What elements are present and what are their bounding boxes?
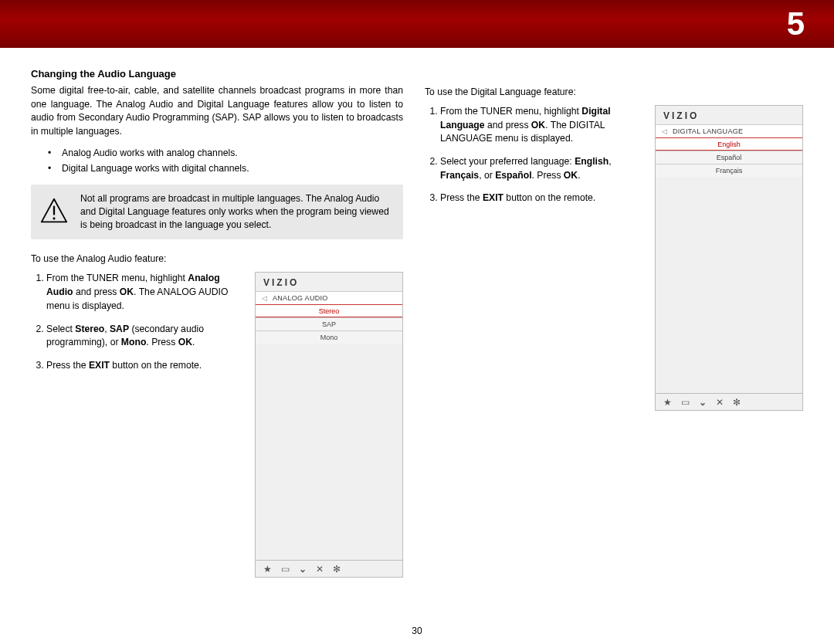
- osd-item: Mono: [256, 330, 402, 344]
- osd-title: DIGITAL LANGUAGE: [673, 127, 743, 135]
- left-column: Changing the Audio Language Some digital…: [31, 68, 403, 578]
- osd-item: Español: [656, 151, 802, 164]
- osd-footer: ★ ▭ ⌄ ✕ ✻: [656, 393, 802, 410]
- warning-text: Not all programs are broadcast in multip…: [80, 192, 394, 232]
- warning-icon: [40, 197, 68, 225]
- osd-item: Stereo: [256, 304, 402, 317]
- digital-block: From the TUNER menu, highlight Digital L…: [425, 105, 803, 411]
- bullet-item: Analog Audio works with analog channels.: [62, 145, 403, 161]
- analog-steps: From the TUNER menu, highlight Analog Au…: [31, 272, 239, 381]
- intro-paragraph: Some digital free-to-air, cable, and sat…: [31, 84, 403, 139]
- osd-item: Français: [656, 164, 802, 177]
- digital-lead: To use the Digital Language feature:: [425, 86, 803, 97]
- bullet-list: Analog Audio works with analog channels.…: [31, 145, 403, 177]
- step-item: Press the EXIT button on the remote.: [440, 192, 639, 205]
- section-heading: Changing the Audio Language: [31, 68, 403, 80]
- osd-brand: VIZIO: [256, 273, 402, 291]
- analog-block: From the TUNER menu, highlight Analog Au…: [31, 272, 403, 578]
- cc-icon: ▭: [281, 564, 290, 574]
- page-content: Changing the Audio Language Some digital…: [0, 48, 834, 578]
- osd-item: English: [656, 137, 802, 151]
- osd-title-row: ◁ DIGITAL LANGUAGE: [656, 124, 802, 137]
- star-icon: ★: [263, 564, 272, 574]
- chapter-number: 5: [787, 5, 805, 42]
- close-icon: ✕: [716, 398, 724, 407]
- step-item: Select your preferred language: English,…: [440, 155, 639, 182]
- analog-osd-panel: VIZIO ◁ ANALOG AUDIO Stereo SAP Mono ★ ▭…: [255, 272, 403, 578]
- step-item: From the TUNER menu, highlight Analog Au…: [46, 272, 239, 313]
- osd-title-row: ◁ ANALOG AUDIO: [256, 291, 402, 304]
- v-icon: ⌄: [299, 564, 307, 574]
- star-icon: ★: [663, 398, 672, 407]
- step-item: Press the EXIT button on the remote.: [46, 359, 239, 373]
- osd-title: ANALOG AUDIO: [273, 294, 328, 302]
- close-icon: ✕: [316, 564, 324, 574]
- bullet-item: Digital Language works with digital chan…: [62, 161, 403, 177]
- cc-icon: ▭: [681, 398, 690, 407]
- analog-lead: To use the Analog Audio feature:: [31, 253, 403, 264]
- v-icon: ⌄: [699, 398, 707, 407]
- digital-steps: From the TUNER menu, highlight Digital L…: [425, 105, 639, 215]
- gear-icon: ✻: [733, 398, 741, 407]
- step-item: Select Stereo, SAP (secondary audio prog…: [46, 323, 239, 350]
- warning-note: Not all programs are broadcast in multip…: [31, 185, 403, 239]
- osd-item: SAP: [256, 317, 402, 330]
- gear-icon: ✻: [333, 564, 341, 574]
- step-item: From the TUNER menu, highlight Digital L…: [440, 105, 639, 146]
- back-icon: ◁: [256, 294, 273, 302]
- page-number: 30: [412, 625, 422, 636]
- osd-footer: ★ ▭ ⌄ ✕ ✻: [256, 560, 402, 577]
- osd-brand: VIZIO: [656, 106, 802, 124]
- back-icon: ◁: [656, 127, 673, 135]
- digital-osd-panel: VIZIO ◁ DIGITAL LANGUAGE English Español…: [655, 105, 803, 411]
- svg-point-2: [53, 218, 55, 220]
- right-column: To use the Digital Language feature: Fro…: [425, 68, 803, 578]
- chapter-header: 5: [0, 0, 834, 48]
